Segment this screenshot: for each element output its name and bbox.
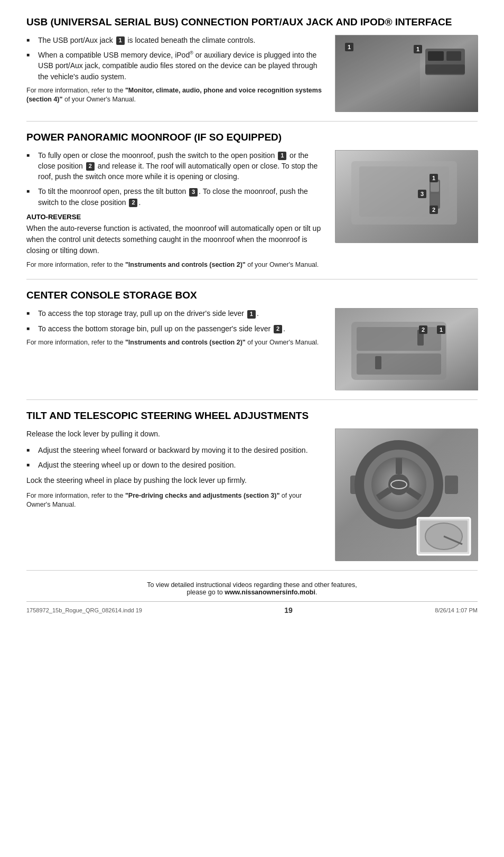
- console-section: CENTER CONSOLE STORAGE BOX To access the…: [26, 289, 478, 400]
- moonroof-content: To fully open or close the moonroof, pus…: [26, 150, 478, 270]
- moonroof-bullet-2: To tilt the moonroof open, press the til…: [38, 186, 325, 208]
- footer-area: To view detailed instructional videos re…: [26, 581, 478, 614]
- console-bullet-1: To access the top storage tray, pull up …: [38, 308, 259, 319]
- console-svg: 1 2: [335, 309, 478, 390]
- footer-center-text: To view detailed instructional videos re…: [26, 581, 478, 596]
- svg-rect-22: [357, 327, 441, 351]
- list-item: To access the top storage tray, pull up …: [26, 308, 325, 319]
- console-text-col: To access the top storage tray, pull up …: [26, 308, 325, 347]
- usb-note: For more information, refer to the "Moni…: [26, 86, 325, 105]
- console-bullet-list: To access the top storage tray, pull up …: [26, 308, 325, 334]
- list-item: To tilt the moonroof open, press the til…: [26, 186, 325, 208]
- footer-line1: To view detailed instructional videos re…: [147, 581, 357, 589]
- steering-image-col: [335, 428, 478, 561]
- steering-outro: Lock the steering wheel in place by push…: [26, 475, 325, 486]
- list-item: Adjust the steering wheel forward or bac…: [26, 445, 325, 455]
- footer-right: 8/26/14 1:07 PM: [435, 607, 478, 613]
- steering-svg: [335, 429, 478, 561]
- list-item: To fully open or close the moonroof, pus…: [26, 150, 325, 182]
- usb-title: USB (Universal Serial Bus) CONNECTION PO…: [26, 16, 478, 29]
- moonroof-note: For more information, refer to the "Inst…: [26, 260, 325, 270]
- usb-image: 1: [335, 35, 478, 111]
- steering-intro: Release the lock lever by pulling it dow…: [26, 428, 325, 440]
- list-item: When a compatible USB memory device, iPo…: [26, 50, 325, 82]
- moonroof-section: POWER PANORAMIC MOONROOF (if so equipped…: [26, 131, 478, 280]
- badge-1: 1: [278, 152, 286, 160]
- usb-img-badge-1: 1: [345, 43, 353, 51]
- list-item: Adjust the steering wheel up or down to …: [26, 460, 325, 470]
- svg-text:1: 1: [416, 46, 419, 52]
- svg-rect-25: [375, 356, 381, 369]
- list-item: To access the bottom storage bin, pull u…: [26, 323, 325, 334]
- steering-content: Release the lock lever by pulling it dow…: [26, 428, 478, 561]
- moonroof-image: 1 2 3: [335, 150, 478, 243]
- badge-2: 2: [86, 162, 95, 171]
- steering-bullet-1: Adjust the steering wheel forward or bac…: [38, 445, 308, 455]
- footer-left: 1758972_15b_Rogue_QRG_082614.indd 19: [26, 607, 142, 613]
- svg-text:2: 2: [422, 327, 425, 333]
- page-number: 19: [284, 606, 293, 614]
- svg-text:1: 1: [440, 327, 443, 333]
- badge-2b: 2: [129, 199, 137, 207]
- steering-note: For more information, refer to the "Pre-…: [26, 491, 325, 510]
- steering-section: TILT AND TELESCOPIC STEERING WHEEL ADJUS…: [26, 409, 478, 571]
- steering-note-bold: "Pre-driving checks and adjustments (sec…: [125, 492, 280, 499]
- svg-text:2: 2: [432, 207, 435, 213]
- svg-rect-2: [428, 51, 444, 61]
- usb-bullet-list: The USB port/Aux jack 1 is located benea…: [26, 35, 325, 82]
- steering-bullet-2: Adjust the steering wheel up or down to …: [38, 460, 236, 470]
- moonroof-bullet-list: To fully open or close the moonroof, pus…: [26, 150, 325, 208]
- usb-bullet-2-text: When a compatible USB memory device, iPo…: [38, 50, 325, 82]
- footer-line2: please go to: [187, 589, 225, 596]
- footer-period: .: [315, 589, 317, 596]
- footer-bar: 1758972_15b_Rogue_QRG_082614.indd 19 19 …: [26, 601, 478, 614]
- console-bullet-2: To access the bottom storage bin, pull u…: [38, 323, 285, 334]
- console-title: CENTER CONSOLE STORAGE BOX: [26, 289, 478, 302]
- usb-section: USB (Universal Serial Bus) CONNECTION PO…: [26, 16, 478, 122]
- badge-1: 1: [247, 310, 256, 319]
- badge-2: 2: [274, 325, 282, 333]
- superscript-r: ®: [190, 50, 193, 55]
- svg-rect-23: [357, 353, 441, 375]
- moonroof-bullet-1: To fully open or close the moonroof, pus…: [38, 150, 325, 182]
- usb-bullet-1-text: The USB port/Aux jack 1 is located benea…: [38, 35, 255, 45]
- list-item: The USB port/Aux jack 1 is located benea…: [26, 35, 325, 45]
- moonroof-image-col: 1 2 3: [335, 150, 478, 243]
- badge-3: 3: [189, 188, 198, 197]
- usb-svg: 1: [335, 35, 478, 112]
- moonroof-title: POWER PANORAMIC MOONROOF (if so equipped…: [26, 131, 478, 144]
- moonroof-text-col: To fully open or close the moonroof, pus…: [26, 150, 325, 270]
- auto-reverse-text: When the auto-reverse function is activa…: [26, 223, 325, 256]
- console-image-col: 1 2: [335, 308, 478, 390]
- svg-text:3: 3: [421, 191, 424, 197]
- steering-image: [335, 428, 478, 561]
- svg-rect-39: [445, 476, 458, 494]
- svg-text:1: 1: [432, 175, 435, 181]
- auto-reverse-title: AUTO-REVERSE: [26, 213, 325, 221]
- svg-rect-3: [446, 51, 461, 61]
- usb-note-bold: "Monitor, climate, audio, phone and voic…: [26, 87, 322, 104]
- svg-rect-4: [425, 64, 465, 74]
- svg-rect-38: [350, 476, 363, 494]
- svg-rect-12: [431, 181, 439, 192]
- footer-link: www.nissanownersinfo.mobi: [225, 589, 315, 596]
- steering-title: TILT AND TELESCOPIC STEERING WHEEL ADJUS…: [26, 409, 478, 422]
- usb-text-col: The USB port/Aux jack 1 is located benea…: [26, 35, 325, 105]
- steering-bullet-list: Adjust the steering wheel forward or bac…: [26, 445, 325, 471]
- steering-text-col: Release the lock lever by pulling it dow…: [26, 428, 325, 510]
- svg-rect-13: [431, 194, 439, 204]
- moonroof-svg: 1 2 3: [335, 151, 478, 243]
- console-note-bold: "Instruments and controls (section 2)": [125, 339, 246, 346]
- console-note: For more information, refer to the "Inst…: [26, 338, 325, 348]
- usb-image-col: 1: [335, 35, 478, 111]
- usb-content: The USB port/Aux jack 1 is located benea…: [26, 35, 478, 111]
- console-content: To access the top storage tray, pull up …: [26, 308, 478, 390]
- console-image: 1 2: [335, 308, 478, 390]
- badge-1: 1: [116, 36, 125, 45]
- moonroof-note-bold: "Instruments and controls (section 2)": [125, 261, 246, 268]
